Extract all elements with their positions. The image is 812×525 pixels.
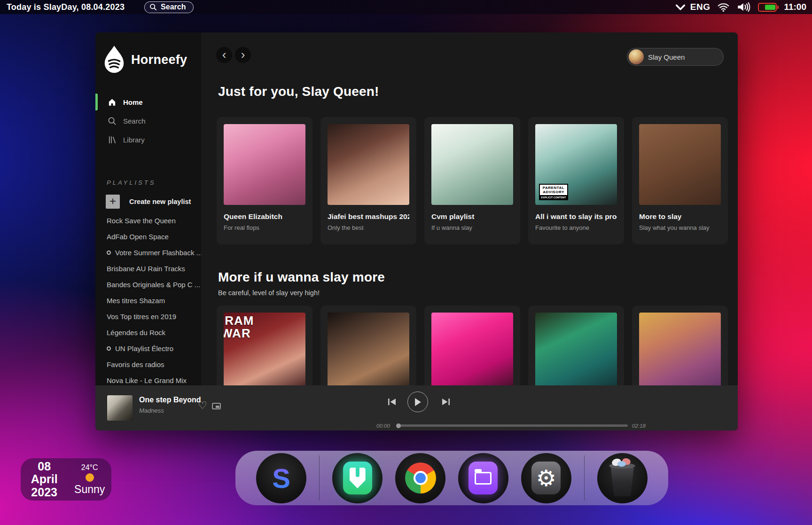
brand: Horneefy — [95, 32, 201, 75]
elapsed-time: 00:00 — [376, 423, 390, 429]
play-icon — [414, 398, 422, 406]
previous-track-button[interactable] — [387, 398, 397, 406]
date-weather-widget: 08 April 2023 24°C Sunny — [21, 458, 111, 501]
card-subtitle: Slay what you wanna slay — [639, 224, 721, 231]
smiling-woman-cover — [639, 124, 721, 205]
card-title: Cvm playlist — [431, 212, 513, 221]
playlist-item-label: Légendes du Rock — [107, 329, 165, 337]
folder-icon — [468, 462, 498, 494]
back-button[interactable] — [216, 47, 232, 63]
playlist-bullet-icon — [107, 346, 111, 351]
menubar-search-button[interactable]: Search — [144, 1, 194, 13]
menubar-search-label: Search — [161, 3, 186, 11]
playlist-item-label: Vos Top titres en 2019 — [107, 313, 176, 321]
mini-player-button[interactable] — [212, 403, 221, 409]
green-hair-portrait-cover — [431, 124, 513, 205]
like-heart-button[interactable] — [198, 400, 207, 411]
card-subtitle: For real flops — [224, 224, 305, 231]
playlist-item[interactable]: Mes titres Shazam — [95, 292, 201, 308]
playlist-item[interactable]: Favoris des radios — [95, 356, 201, 372]
drag-queen-portrait-cover — [639, 313, 721, 385]
play-button[interactable] — [407, 392, 428, 412]
dock-item-shield-app[interactable] — [332, 453, 383, 503]
profile-chip[interactable]: Slay Queen — [627, 48, 724, 66]
horneefy-logo-icon — [102, 45, 126, 75]
section-title: Just for you, Slay Queen! — [218, 84, 379, 99]
weather-condition: Sunny — [74, 483, 105, 496]
playlist-item[interactable]: AdFab Open Space — [95, 228, 201, 244]
widget-year: 2023 — [21, 486, 68, 499]
jiafei-face-cover — [328, 124, 409, 205]
sidebar-item-label: Home — [123, 98, 143, 106]
dock-divider — [584, 455, 585, 501]
dock-item-settings-app[interactable] — [521, 453, 571, 503]
playlist-item[interactable]: UN Playlist Électro — [95, 340, 201, 356]
playlist-item-label: Nova Like - Le Grand Mix — [107, 376, 187, 384]
widget-day: 08 — [21, 460, 68, 473]
card-subtitle: Favourite to anyone — [535, 224, 617, 231]
sidebar-item-label: Library — [123, 136, 145, 144]
dock-item-slay-music-app[interactable] — [256, 453, 306, 503]
card-row: IRAMWAR — [217, 306, 728, 385]
language-selector[interactable]: ENG — [675, 2, 710, 12]
playlist-item-label: Rock Save the Queen — [107, 217, 176, 225]
sidebar-item-library[interactable]: Library — [95, 130, 201, 149]
playlist-item[interactable]: Vos Top titres en 2019 — [95, 308, 201, 324]
playlist-card[interactable]: IRAMWAR — [217, 306, 312, 385]
dock — [235, 451, 668, 505]
playlist-item-label: AdFab Open Space — [107, 233, 169, 241]
horneefy-app-window: Horneefy Home Search Li — [95, 32, 738, 431]
next-track-button[interactable] — [441, 398, 451, 406]
playlist-item[interactable]: Rock Save the Queen — [95, 212, 201, 228]
trash-icon — [604, 458, 640, 498]
create-playlist-button[interactable]: Create new playlist — [106, 195, 201, 209]
menubar: Today is SlayDay, 08.04.2023 Search ENG — [0, 0, 812, 14]
search-icon — [108, 117, 117, 125]
sidebar-item-home[interactable]: Home — [95, 93, 201, 111]
temperature: 24°C — [81, 463, 98, 472]
playlist-card[interactable]: Queen ElizabitchFor real flops — [217, 117, 312, 244]
sidebar-item-search[interactable]: Search — [95, 111, 201, 130]
playlist-card[interactable] — [320, 306, 416, 385]
volume-icon[interactable] — [737, 2, 751, 12]
dock-item-files-app[interactable] — [458, 453, 508, 503]
language-label: ENG — [690, 2, 710, 12]
avatar — [629, 49, 644, 64]
playlist-card[interactable]: PARENTALADVISORYEXPLICIT CONTENTAll i wa… — [528, 117, 624, 244]
sidebar-item-label: Search — [123, 117, 146, 125]
playlist-item-label: Favoris des radios — [107, 360, 164, 368]
sidebar: Horneefy Home Search Li — [95, 32, 201, 385]
card-subtitle: If u wanna slay — [431, 224, 513, 231]
track-title: One step Beyond — [139, 396, 201, 404]
smiling-face-closeup-cover — [328, 313, 409, 385]
playlist-card[interactable]: Jiafei best mashups 2023Only the best — [320, 117, 416, 244]
gear-icon — [531, 462, 561, 494]
profile-name: Slay Queen — [648, 53, 685, 61]
dock-item-chrome-browser[interactable] — [395, 453, 445, 503]
playlist-card[interactable]: More to slaySlay what you wanna slay — [632, 117, 728, 244]
card-title: Jiafei best mashups 2023 — [328, 212, 409, 221]
playlist-item[interactable]: Brisbane AU Rain Tracks — [95, 260, 201, 276]
main-content: Slay Queen Just for you, Slay Queen! Que… — [201, 32, 738, 385]
playlist-card[interactable]: Cvm playlistIf u wanna slay — [424, 117, 520, 244]
playlist-item-label: Brisbane AU Rain Tracks — [107, 265, 185, 273]
playlist-item[interactable]: Légendes du Rock — [95, 324, 201, 340]
glitch-collage-cover: PARENTALADVISORYEXPLICIT CONTENT — [535, 124, 617, 205]
playlist-bullet-icon — [107, 251, 111, 255]
playlist-item[interactable]: Votre Summer Flashback ... — [95, 244, 201, 260]
card-row: Queen ElizabitchFor real flopsJiafei bes… — [217, 117, 728, 244]
card-title: Queen Elizabitch — [224, 212, 305, 221]
wifi-icon[interactable] — [717, 2, 730, 12]
progress-thumb[interactable] — [396, 423, 401, 428]
playlist-item[interactable]: Bandes Originales & Pop C ... — [95, 276, 201, 292]
playlist-card[interactable] — [528, 306, 624, 385]
library-icon — [108, 135, 117, 144]
battery-indicator[interactable] — [758, 3, 777, 12]
forward-button[interactable] — [235, 47, 251, 63]
dock-item-trash[interactable] — [597, 453, 648, 503]
playlist-card[interactable] — [424, 306, 520, 385]
search-icon — [149, 3, 157, 11]
progress-bar[interactable] — [396, 424, 628, 427]
playlist-card[interactable] — [632, 306, 728, 385]
queen-elizabitch-cover — [224, 124, 305, 205]
